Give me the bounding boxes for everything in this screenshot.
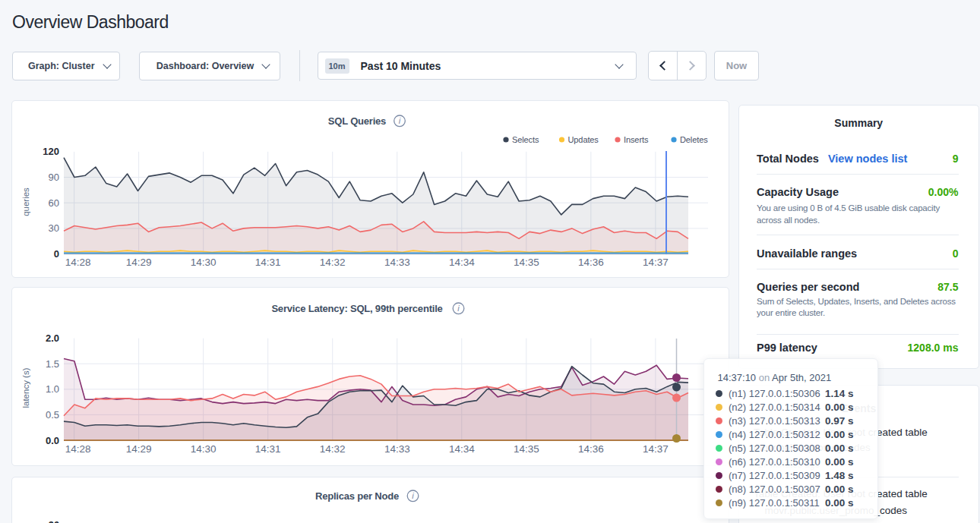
svg-text:14:29: 14:29 xyxy=(126,443,152,455)
svg-text:120: 120 xyxy=(43,146,59,157)
svg-text:14:35: 14:35 xyxy=(514,443,539,455)
svg-text:60: 60 xyxy=(49,197,59,209)
svg-text:14:28: 14:28 xyxy=(65,443,91,455)
svg-text:Selects: Selects xyxy=(512,135,539,144)
svg-text:Replicas per Node: Replicas per Node xyxy=(315,490,399,502)
svg-text:14:28: 14:28 xyxy=(65,257,91,268)
svg-text:Inserts: Inserts xyxy=(624,135,649,144)
svg-text:30: 30 xyxy=(49,222,59,234)
svg-text:14:30: 14:30 xyxy=(191,257,217,268)
svg-text:1.0: 1.0 xyxy=(46,383,59,395)
svg-text:14:36: 14:36 xyxy=(578,443,604,455)
svg-text:1.5: 1.5 xyxy=(46,358,59,370)
svg-text:Service Latency: SQL, 99th per: Service Latency: SQL, 99th percentile xyxy=(271,303,442,314)
svg-text:14:31: 14:31 xyxy=(255,443,281,455)
svg-text:90: 90 xyxy=(49,519,59,523)
svg-text:14:30: 14:30 xyxy=(191,443,217,455)
svg-text:14:31: 14:31 xyxy=(255,257,281,268)
svg-text:14:35: 14:35 xyxy=(514,257,539,268)
svg-text:14:37: 14:37 xyxy=(643,443,669,455)
svg-text:Deletes: Deletes xyxy=(680,135,708,144)
svg-text:14:34: 14:34 xyxy=(449,443,475,455)
svg-text:14:34: 14:34 xyxy=(449,257,475,268)
svg-text:0.5: 0.5 xyxy=(46,409,59,421)
svg-text:2.0: 2.0 xyxy=(46,332,59,344)
svg-text:i: i xyxy=(457,304,460,313)
svg-text:90: 90 xyxy=(49,172,59,183)
svg-text:14:36: 14:36 xyxy=(578,257,604,268)
svg-text:14:37: 14:37 xyxy=(643,257,669,268)
svg-text:latency (s): latency (s) xyxy=(21,367,30,408)
svg-text:0: 0 xyxy=(54,248,59,260)
svg-text:14:33: 14:33 xyxy=(384,257,410,268)
svg-text:i: i xyxy=(412,491,414,500)
svg-text:SQL Queries: SQL Queries xyxy=(328,115,386,127)
svg-text:queries: queries xyxy=(21,187,30,216)
svg-text:14:32: 14:32 xyxy=(320,443,346,455)
svg-text:14:33: 14:33 xyxy=(384,443,410,455)
svg-text:Updates: Updates xyxy=(568,135,599,144)
svg-text:14:29: 14:29 xyxy=(126,257,152,268)
svg-text:i: i xyxy=(399,116,401,125)
svg-text:0.0: 0.0 xyxy=(46,435,59,446)
svg-text:14:32: 14:32 xyxy=(320,257,346,268)
